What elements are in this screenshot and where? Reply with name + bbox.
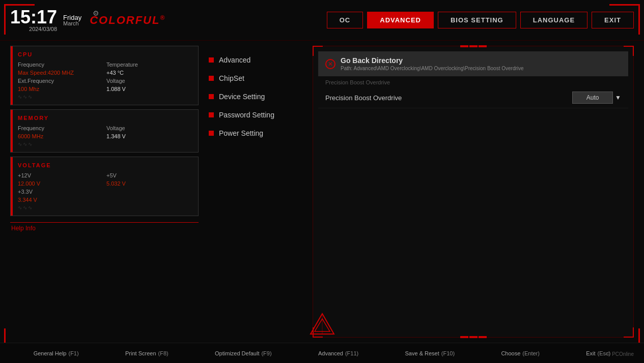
footer-save-label: Save & Reset [405, 350, 439, 356]
header: 15:17 2024/03/08 Friday March ⚙ COLORFUL… [0, 0, 644, 41]
go-back-row[interactable]: ✕ Go Back Directory Path: Advanced\AMD O… [318, 51, 628, 76]
day-display: Friday March [63, 14, 81, 26]
right-panel: ✕ Go Back Directory Path: Advanced\AMD O… [313, 46, 634, 338]
precision-boost-section-label: Precision Boost Overdrive [318, 77, 628, 87]
footer-choose-label: Choose [501, 350, 520, 356]
cpu-title: CPU [18, 51, 191, 57]
footer-print-label: Print Screen [125, 350, 156, 356]
voltage-card: VOLTAGE +12V +5V 12.000 V 5.032 V +3.3V … [10, 157, 199, 216]
precision-boost-dropdown[interactable]: Auto [572, 92, 613, 104]
sidebar-item-chipset[interactable]: ChipSet [205, 69, 306, 87]
pc-online-label: © PCOnline [607, 351, 634, 357]
footer-advanced-key: (F11) [345, 350, 358, 356]
time-display: 15:17 2024/03/08 [10, 8, 57, 32]
nav-buttons: OC ADVANCED BIOS SETTING LANGUAGE EXIT [327, 12, 634, 28]
panel-corner-tl [313, 46, 323, 56]
footer-save-key: (F10) [441, 350, 455, 356]
help-info: Help Info [10, 222, 199, 234]
precision-boost-row: Precision Boost Overdrive Auto ▼ [318, 87, 628, 108]
sidebar-dot-device [209, 94, 214, 99]
go-back-icon: ✕ [325, 59, 335, 69]
cpu-freq-value: Max Speed:4200 MHZ [18, 70, 102, 76]
sidebar-dot-chipset [209, 76, 214, 81]
footer-general-help-key: (F1) [68, 350, 78, 356]
v5-label: +5V [106, 172, 191, 178]
triangle-logo [310, 311, 335, 339]
footer-advanced: Advanced (F11) [318, 350, 358, 356]
cpu-voltage-label: Voltage [106, 78, 191, 84]
nav-advanced-button[interactable]: ADVANCED [367, 12, 434, 28]
v33-value: 3.344 V [18, 197, 102, 203]
cpu-temp-value: +43 °C [106, 70, 191, 76]
v33-label: +3.3V [18, 189, 102, 195]
brand-suffix: ® [160, 14, 165, 21]
sidebar-label-password: Password Setting [219, 111, 274, 119]
clock-section: 15:17 2024/03/08 Friday March [10, 8, 81, 32]
footer-choose-key: (Enter) [522, 350, 540, 356]
footer-advanced-label: Advanced [318, 350, 343, 356]
voltage-grid: +12V +5V 12.000 V 5.032 V +3.3V 3.344 V [18, 172, 191, 203]
footer-optimized-label: Optimized Default [215, 350, 259, 356]
precision-boost-label: Precision Boost Overdrive [325, 94, 572, 102]
sidebar-dot-advanced [209, 57, 214, 63]
footer-save-reset: Save & Reset (F10) [405, 350, 455, 356]
footer-general-help-label: General Help [34, 350, 67, 356]
precision-boost-value[interactable]: Auto ▼ [572, 92, 621, 104]
brand-name: COLORFUL [90, 14, 160, 26]
month-name: March [63, 21, 79, 26]
memory-card: MEMORY Frequency Voltage 6000 MHz 1.348 … [10, 109, 199, 153]
voltage-divider: ∿∿∿ [18, 205, 191, 210]
sidebar-label-chipset: ChipSet [219, 74, 244, 82]
footer: General Help (F1) Print Screen (F8) Opti… [0, 343, 644, 363]
brand-logo: COLORFUL® [90, 14, 165, 27]
mem-volt-value: 1.348 V [106, 133, 191, 139]
sidebar-dot-password [209, 112, 214, 117]
nav-exit-button[interactable]: EXIT [592, 12, 634, 28]
mem-freq-label: Frequency [18, 125, 102, 131]
cpu-divider: ∿∿∿ [18, 94, 191, 100]
footer-optimized-key: (F9) [261, 350, 271, 356]
footer-exit-label: Exit [586, 350, 595, 356]
v33-spacer [106, 189, 191, 195]
sidebar-dot-power [209, 131, 214, 136]
memory-title: MEMORY [18, 115, 191, 121]
v5-value: 5.032 V [106, 180, 191, 187]
gear-icon: ⚙ [93, 9, 99, 17]
v12-value: 12.000 V [18, 180, 102, 187]
panel-notch-top [460, 45, 487, 47]
sidebar-label-advanced: Advanced [219, 56, 250, 64]
v12-label: +12V [18, 172, 102, 178]
panel-corner-br [624, 327, 634, 338]
footer-general-help: General Help (F1) [34, 350, 79, 356]
date-value: 2024/03/08 [29, 26, 57, 32]
mem-volt-label: Voltage [106, 125, 191, 131]
cpu-card: CPU Frequency Temperature Max Speed:4200… [10, 46, 199, 105]
panel-notch-bottom [460, 336, 487, 338]
sidebar-item-power-setting[interactable]: Power Setting [205, 124, 306, 142]
cpu-extfreq-value: 100 Mhz [18, 86, 102, 92]
left-panel: CPU Frequency Temperature Max Speed:4200… [10, 46, 199, 338]
nav-language-button[interactable]: LANGUAGE [520, 12, 587, 28]
footer-optimized-default: Optimized Default (F9) [215, 350, 272, 356]
go-back-title: Go Back Directory [341, 56, 621, 65]
time-value: 15:17 [10, 8, 57, 26]
cpu-grid: Frequency Temperature Max Speed:4200 MHZ… [18, 62, 191, 92]
sidebar: Advanced ChipSet Device Setting Password… [205, 46, 306, 338]
sidebar-item-device-setting[interactable]: Device Setting [205, 87, 306, 106]
nav-bios-button[interactable]: BIOS SETTING [438, 12, 516, 28]
memory-grid: Frequency Voltage 6000 MHz 1.348 V [18, 125, 191, 139]
voltage-title: VOLTAGE [18, 162, 191, 168]
panel-corner-tr [624, 46, 634, 56]
nav-oc-button[interactable]: OC [327, 12, 363, 28]
dropdown-arrow-icon: ▼ [615, 94, 621, 101]
sidebar-label-power: Power Setting [219, 129, 263, 137]
sidebar-item-password-setting[interactable]: Password Setting [205, 106, 306, 124]
main-content: CPU Frequency Temperature Max Speed:4200… [0, 41, 644, 343]
cpu-voltage-value: 1.088 V [106, 86, 191, 92]
sidebar-item-advanced[interactable]: Advanced [205, 51, 306, 69]
mem-freq-value: 6000 MHz [18, 133, 102, 139]
cpu-temp-label: Temperature [106, 62, 191, 68]
cpu-extfreq-label: Ext.Frequency [18, 78, 102, 84]
footer-print-screen: Print Screen (F8) [125, 350, 169, 356]
footer-print-key: (F8) [158, 350, 169, 356]
